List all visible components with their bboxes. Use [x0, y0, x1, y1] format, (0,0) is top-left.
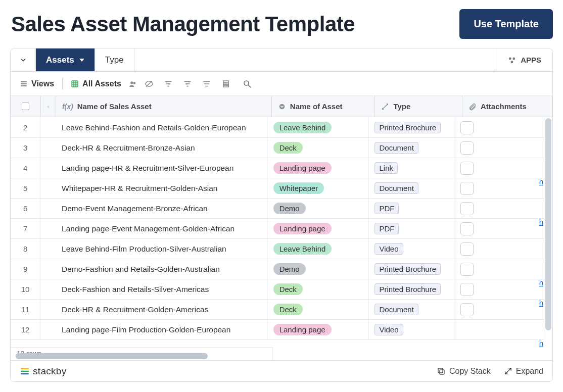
cell-type[interactable]: Document [368, 178, 454, 198]
cell-name[interactable]: Whitepaper-HR & Recruitment-Golden-Asian [56, 178, 267, 198]
table-row[interactable]: 8Leave Behind-Film Production-Silver-Aus… [11, 239, 544, 259]
cell-type[interactable]: Printed Brochure [368, 118, 454, 137]
attachment-placeholder[interactable] [460, 141, 474, 155]
cell-name[interactable]: Leave Behind-Fashion and Retails-Golden-… [56, 118, 267, 137]
select-all-checkbox[interactable] [22, 103, 29, 110]
cell-name[interactable]: Landing page-Event Management-Golden-Afr… [56, 219, 267, 238]
cell-type[interactable]: Document [368, 138, 454, 158]
row-number[interactable]: 6 [11, 199, 40, 218]
cell-type[interactable]: Video [368, 239, 454, 259]
attachment-placeholder[interactable] [460, 162, 474, 175]
cell-attachments[interactable] [454, 320, 544, 339]
cell-asset[interactable]: Deck [267, 279, 369, 299]
all-assets-view[interactable]: All Assets [71, 79, 121, 88]
table-row[interactable]: 2Leave Behind-Fashion and Retails-Golden… [11, 118, 544, 138]
cell-name[interactable]: Deck-HR & Recruitment-Bronze-Asian [56, 138, 267, 158]
attachment-placeholder[interactable] [460, 303, 474, 316]
use-template-button[interactable]: Use Template [459, 9, 553, 39]
rowheight-icon[interactable] [221, 79, 230, 88]
cell-type[interactable]: PDF [368, 199, 454, 218]
cell-attachments[interactable] [454, 158, 544, 178]
attachment-placeholder[interactable] [460, 263, 474, 276]
cell-attachments[interactable] [454, 259, 544, 279]
cell-name[interactable]: Landing page-HR & Recruitment-Silver-Eur… [56, 158, 267, 178]
cell-type[interactable]: Video [368, 320, 454, 339]
expand-button[interactable]: Expand [504, 367, 543, 376]
cell-asset[interactable]: Landing page [267, 158, 369, 178]
cell-attachments[interactable] [454, 239, 544, 259]
sort-icon[interactable] [202, 79, 211, 88]
cell-type[interactable]: Printed Brochure [368, 279, 454, 299]
cell-asset[interactable]: Demo [267, 259, 369, 279]
cell-attachments[interactable] [454, 219, 544, 238]
row-number[interactable]: 8 [11, 239, 40, 259]
cell-name[interactable]: Demo-Event Management-Bronze-African [56, 199, 267, 218]
group-icon[interactable] [183, 79, 192, 88]
attachment-placeholder[interactable] [460, 121, 474, 134]
cell-asset[interactable]: Deck [267, 138, 369, 158]
attachment-placeholder[interactable] [460, 242, 474, 256]
cell-name[interactable]: Demo-Fashion and Retails-Golden-Australi… [56, 259, 267, 279]
header-attachments[interactable]: Attachments [462, 96, 552, 117]
table-row[interactable]: 5Whitepaper-HR & Recruitment-Golden-Asia… [11, 178, 544, 199]
table-row[interactable]: 6Demo-Event Management-Bronze-AfricanDem… [11, 199, 544, 219]
row-number[interactable]: 2 [11, 118, 40, 137]
cell-name[interactable]: Landing page-Film Production-Golden-Euro… [56, 320, 267, 339]
row-number[interactable]: 10 [11, 279, 40, 299]
cell-attachments[interactable] [454, 300, 544, 319]
horizontal-scrollbar-thumb[interactable] [16, 353, 208, 359]
table-row[interactable]: 4Landing page-HR & Recruitment-Silver-Eu… [11, 158, 544, 178]
cell-name[interactable]: Leave Behind-Film Production-Silver-Aust… [56, 239, 267, 259]
cell-type[interactable]: Link [368, 158, 454, 178]
cell-type[interactable]: Printed Brochure [368, 259, 454, 279]
cell-type[interactable]: PDF [368, 219, 454, 238]
header-type[interactable]: Type [375, 96, 462, 117]
table-row[interactable]: 11Deck-HR & Recruitment-Golden-AmericasD… [11, 300, 544, 320]
tab-assets[interactable]: Assets [36, 48, 95, 71]
cell-name[interactable]: Deck-Fashion and Retails-Silver-Americas [56, 279, 267, 299]
cell-attachments[interactable] [454, 279, 544, 299]
row-number[interactable]: 4 [11, 158, 40, 178]
apps-button[interactable]: APPS [496, 48, 552, 71]
hide-fields-icon[interactable] [145, 79, 154, 88]
row-number[interactable]: 5 [11, 178, 40, 198]
table-row[interactable]: 10Deck-Fashion and Retails-Silver-Americ… [11, 279, 544, 300]
header-name[interactable]: f(x) Name of Sales Asset [56, 96, 272, 117]
attachment-placeholder[interactable] [460, 202, 474, 215]
horizontal-scrollbar[interactable] [11, 350, 272, 360]
cell-name[interactable]: Deck-HR & Recruitment-Golden-Americas [56, 300, 267, 319]
cell-type[interactable]: Document [368, 300, 454, 319]
tab-type[interactable]: Type [95, 48, 134, 71]
collaborators-icon[interactable] [128, 79, 137, 88]
cell-asset[interactable]: Landing page [267, 320, 369, 339]
attachment-placeholder[interactable] [460, 283, 474, 296]
grid-body[interactable]: 2Leave Behind-Fashion and Retails-Golden… [11, 118, 544, 347]
cell-asset[interactable]: Leave Behind [267, 239, 369, 259]
cell-attachments[interactable] [454, 199, 544, 218]
tabs-expand-toggle[interactable] [11, 48, 36, 71]
row-number[interactable]: 11 [11, 300, 40, 319]
cell-asset[interactable]: Whitepaper [267, 178, 369, 198]
table-row[interactable]: 3Deck-HR & Recruitment-Bronze-AsianDeckD… [11, 138, 544, 158]
filter-icon[interactable] [164, 79, 173, 88]
cell-asset[interactable]: Leave Behind [267, 118, 369, 137]
header-asset[interactable]: Name of Asset [272, 96, 376, 117]
cell-asset[interactable]: Deck [267, 300, 369, 319]
cell-asset[interactable]: Landing page [267, 219, 369, 238]
stackby-logo[interactable]: stackby [20, 366, 67, 377]
attachment-placeholder[interactable] [460, 222, 474, 235]
cell-attachments[interactable] [454, 178, 544, 198]
table-row[interactable]: 9Demo-Fashion and Retails-Golden-Austral… [11, 259, 544, 279]
cell-attachments[interactable] [454, 118, 544, 137]
vertical-scrollbar-thumb[interactable] [545, 118, 551, 330]
cell-attachments[interactable] [454, 138, 544, 158]
row-number[interactable]: 12 [11, 320, 40, 339]
table-row[interactable]: 7Landing page-Event Management-Golden-Af… [11, 219, 544, 239]
row-number[interactable]: 3 [11, 138, 40, 158]
cell-asset[interactable]: Demo [267, 199, 369, 218]
header-select-all[interactable] [11, 96, 41, 117]
row-number[interactable]: 9 [11, 259, 40, 279]
search-icon[interactable] [243, 79, 252, 88]
attachment-placeholder[interactable] [460, 182, 474, 195]
table-row[interactable]: 12Landing page-Film Production-Golden-Eu… [11, 320, 544, 340]
